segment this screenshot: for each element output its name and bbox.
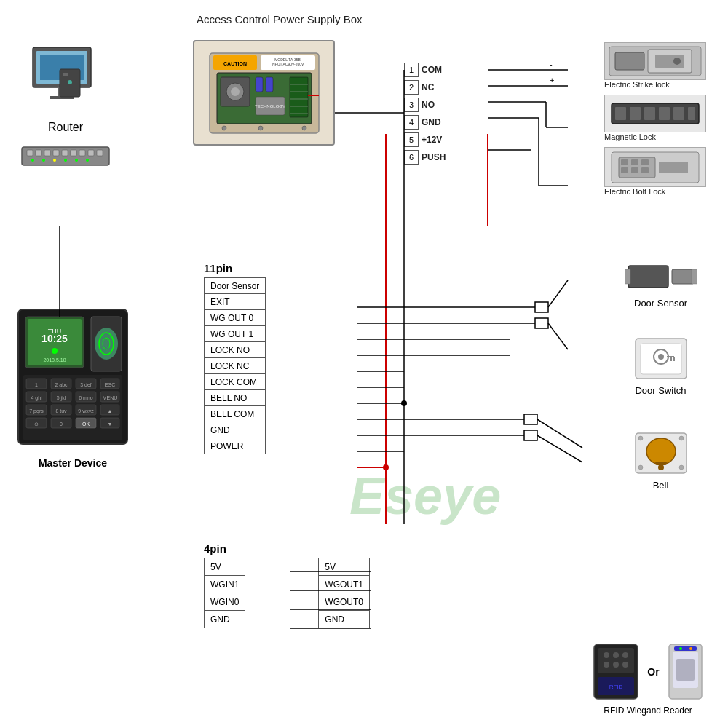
svg-point-125 [646, 438, 676, 464]
bell-section: Bell [604, 430, 717, 491]
svg-point-120 [658, 354, 664, 360]
svg-text:9 wxyz: 9 wxyz [78, 408, 94, 414]
svg-point-128 [638, 436, 643, 440]
svg-point-28 [673, 58, 681, 65]
svg-point-135 [613, 652, 619, 658]
svg-point-9 [231, 87, 240, 96]
svg-rect-145 [674, 646, 697, 651]
svg-text:1: 1 [35, 382, 38, 387]
router-section: Router [11, 44, 120, 173]
pin4-left-table: 5VWGIN1WGIN0GND [204, 558, 245, 628]
door-sensor-section: Door Sensor [604, 258, 717, 309]
svg-text:10:25: 10:25 [41, 333, 68, 344]
svg-rect-12 [290, 77, 308, 117]
power-supply-image: CAUTION MODEL:TA-35B INPUT:AC90V-260V [206, 50, 323, 137]
svg-point-178 [401, 400, 407, 406]
terminal-block: 1 COM 2 NC 3 NO 4 GND 5 +12V 6 PUSH [404, 62, 488, 167]
svg-point-146 [679, 647, 682, 650]
pin4-right-label: WGOUT0 [319, 593, 370, 611]
pin11-label: BELL COM [205, 406, 266, 422]
svg-text:▼: ▼ [108, 422, 113, 427]
pin11-label: WG OUT 1 [205, 326, 266, 342]
pin4-left-label: WGIN1 [205, 576, 245, 593]
svg-text:6 mno: 6 mno [79, 395, 93, 400]
pin11-row: WG OUT 1 [205, 326, 266, 342]
pin4-left-row: GND [205, 611, 245, 628]
svg-point-66 [64, 159, 67, 162]
svg-point-130 [638, 465, 643, 470]
svg-rect-54 [27, 150, 33, 156]
svg-rect-61 [88, 150, 94, 156]
pin4-left-label: WGIN0 [205, 593, 245, 611]
svg-text:▲: ▲ [108, 408, 113, 414]
svg-point-68 [86, 159, 89, 162]
svg-rect-11 [266, 77, 273, 92]
svg-point-67 [75, 159, 78, 162]
svg-text:0: 0 [60, 422, 63, 427]
svg-point-63 [31, 159, 34, 162]
svg-rect-58 [62, 150, 68, 156]
pin4-right-label: 5V [319, 558, 370, 576]
svg-text:2 abc: 2 abc [55, 382, 68, 387]
svg-rect-40 [631, 159, 638, 165]
pin4-right-label: WGOUT1 [319, 576, 370, 593]
router-icon [18, 140, 113, 173]
svg-text:TECHNOLOGY: TECHNOLOGY [254, 104, 285, 108]
svg-text:INPUT:AC90V-260V: INPUT:AC90V-260V [271, 62, 304, 66]
pin11-label: BELL NO [205, 390, 266, 406]
bell-icon [632, 430, 690, 477]
pin4-left-label: 5V [205, 558, 245, 576]
svg-point-74 [52, 348, 58, 354]
svg-rect-62 [97, 150, 103, 156]
svg-rect-113 [628, 266, 668, 288]
pin11-row: BELL NO [205, 390, 266, 406]
svg-rect-57 [53, 150, 59, 156]
master-device-icon: THU 10:25 2018.5.18 1 2 abc 3 def ESC [15, 306, 131, 451]
pin4-section: 4pin 5VWGIN1WGIN0GND 5VWGOUT1WGOUT0GND [204, 542, 370, 628]
svg-point-21 [222, 126, 226, 130]
watermark: Eseye [349, 466, 501, 526]
electric-bolt-lock: Electric Bolt Lock [604, 147, 721, 196]
pin11-row: WG OUT 0 [205, 310, 266, 326]
lock-types: Electric Strike lock Magnetic Lock [604, 42, 721, 196]
pin11-label: LOCK NC [205, 358, 266, 374]
svg-rect-56 [44, 150, 50, 156]
svg-rect-133 [598, 648, 634, 673]
svg-text:+: + [550, 76, 554, 84]
pin11-label: Door Sensor [205, 278, 266, 294]
or-label: Or [647, 666, 659, 678]
rfid-card-reader-icon [665, 641, 705, 703]
power-supply-box: CAUTION MODEL:TA-35B INPUT:AC90V-260V [193, 40, 335, 146]
door-switch-label: Door Switch [635, 385, 686, 396]
svg-point-137 [604, 662, 609, 668]
bell-label: Bell [653, 480, 669, 491]
pin11-title: 11pin [204, 262, 266, 274]
svg-point-127 [658, 464, 664, 470]
svg-rect-60 [79, 150, 85, 156]
pin11-row: LOCK NC [205, 358, 266, 374]
pin4-right-row: GND [319, 611, 370, 628]
electric-strike-lock: Electric Strike lock [604, 42, 721, 89]
svg-point-138 [613, 662, 619, 668]
svg-rect-30 [615, 107, 626, 120]
pin11-row: LOCK COM [205, 374, 266, 390]
svg-rect-41 [641, 159, 649, 165]
svg-point-129 [679, 436, 684, 440]
pin11-table: Door SensorEXITWG OUT 0WG OUT 1LOCK NOLO… [204, 277, 266, 454]
door-sensor-label: Door Sensor [634, 298, 687, 309]
svg-text:ESC: ESC [105, 382, 115, 387]
pin4-tables: 5VWGIN1WGIN0GND 5VWGOUT1WGOUT0GND [204, 558, 370, 628]
pin4-left-row: WGIN1 [205, 576, 245, 593]
svg-rect-51 [63, 73, 68, 76]
svg-rect-115 [625, 269, 630, 284]
svg-point-23 [302, 126, 306, 130]
svg-rect-25 [615, 52, 644, 70]
pin4-right-row: 5V [319, 558, 370, 576]
svg-rect-32 [644, 107, 655, 120]
pin11-section: 11pin Door SensorEXITWG OUT 0WG OUT 1LOC… [204, 262, 266, 454]
svg-point-131 [679, 465, 684, 470]
svg-text:8 tuv: 8 tuv [55, 408, 67, 414]
pin4-right-label: GND [319, 611, 370, 628]
router-label: Router [48, 121, 83, 134]
svg-text:-: - [550, 60, 553, 68]
